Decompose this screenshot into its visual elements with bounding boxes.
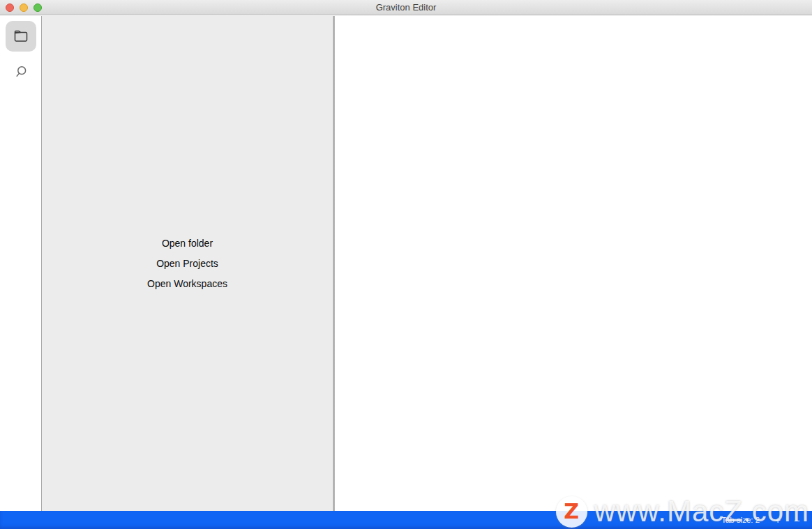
tab-size-control: Tab size: 2 + – xyxy=(721,515,812,526)
open-workspaces-link[interactable]: Open Workspaces xyxy=(147,278,227,289)
open-folder-link[interactable]: Open folder xyxy=(162,238,213,249)
search-tab[interactable] xyxy=(6,57,36,88)
window-title: Graviton Editor xyxy=(0,2,812,13)
explorer-tab[interactable] xyxy=(6,21,36,52)
folder-icon xyxy=(12,27,30,45)
app-body: Open folder Open Projects Open Workspace… xyxy=(0,16,812,511)
open-projects-link[interactable]: Open Projects xyxy=(156,258,218,269)
titlebar: Graviton Editor xyxy=(0,0,812,15)
search-icon xyxy=(13,64,29,81)
explorer-panel: Open folder Open Projects Open Workspace… xyxy=(42,16,333,511)
graviton-editor-window: Graviton Editor xyxy=(0,0,812,529)
close-button[interactable] xyxy=(6,3,14,12)
tab-size-decrease-button[interactable]: – xyxy=(792,515,802,526)
maximize-button[interactable] xyxy=(33,3,42,12)
traffic-lights xyxy=(6,0,42,15)
editor-area xyxy=(335,16,812,511)
activity-bar xyxy=(0,16,42,511)
status-bar: Tab size: 2 + – xyxy=(0,511,812,529)
minimize-button[interactable] xyxy=(20,3,28,12)
tab-size-label: Tab size: 2 xyxy=(721,516,760,524)
tab-size-increase-button[interactable]: + xyxy=(772,515,783,526)
